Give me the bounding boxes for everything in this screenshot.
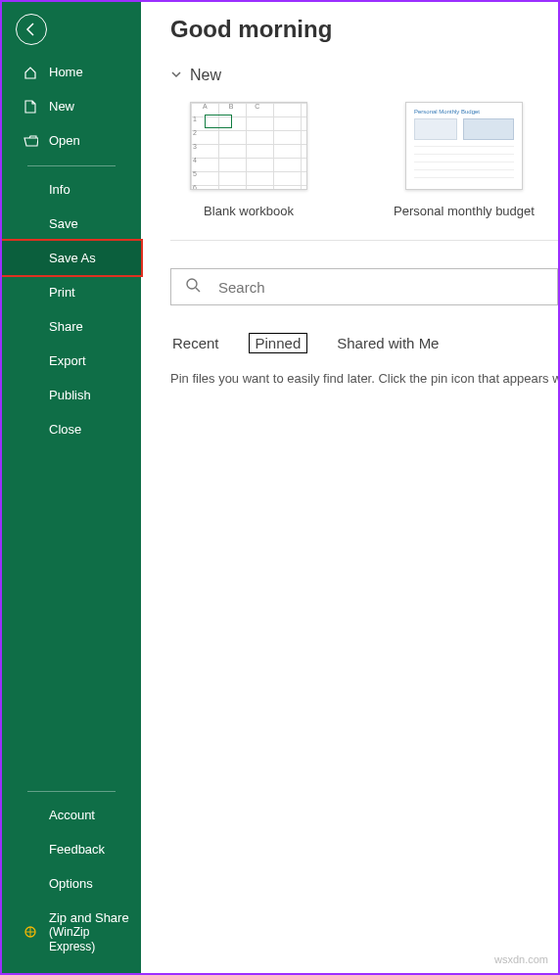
sidebar-item-label: Feedback <box>49 842 105 857</box>
chevron-down-icon <box>170 67 182 84</box>
sidebar-item-save[interactable]: Save <box>2 207 141 241</box>
sidebar-item-label: Share <box>49 319 83 334</box>
template-label: Personal monthly budget <box>386 204 542 218</box>
sidebar-item-save-as[interactable]: Save As <box>2 241 141 275</box>
sidebar-item-label: Save As <box>49 251 96 265</box>
sidebar-item-label: Info <box>49 182 70 197</box>
sidebar-item-label: Print <box>49 285 75 300</box>
home-icon <box>22 66 39 79</box>
sidebar-item-share[interactable]: Share <box>2 309 141 344</box>
sidebar-item-home[interactable]: Home <box>2 55 141 89</box>
recent-pinned-tabs: Recent Pinned Shared with Me <box>170 333 558 353</box>
sidebar-item-label: Close <box>49 422 81 437</box>
sidebar-item-open[interactable]: Open <box>2 123 141 158</box>
sidebar-item-label: Save <box>49 216 78 231</box>
tab-shared-with-me[interactable]: Shared with Me <box>335 333 441 353</box>
sidebar-item-info[interactable]: Info <box>2 172 141 207</box>
section-divider <box>170 240 558 241</box>
backstage-sidebar: Home New Open Info Save Save As Print Sh… <box>2 2 141 973</box>
sidebar-item-export[interactable]: Export <box>2 344 141 378</box>
sidebar-item-options[interactable]: Options <box>2 866 141 901</box>
sidebar-item-publish[interactable]: Publish <box>2 378 141 412</box>
page-title: Good morning <box>170 16 558 43</box>
sidebar-item-close[interactable]: Close <box>2 412 141 446</box>
pinned-helper-text: Pin files you want to easily find later.… <box>170 371 558 386</box>
sidebar-divider <box>27 165 116 166</box>
file-icon <box>22 100 39 114</box>
template-thumbnail: ABC 123456 <box>190 102 307 190</box>
tab-recent[interactable]: Recent <box>170 333 221 353</box>
svg-line-2 <box>196 288 200 292</box>
sidebar-item-label: Zip and Share (WinZip Express) <box>49 910 129 953</box>
sidebar-item-label: Home <box>49 65 83 79</box>
zip-share-icon <box>22 925 39 939</box>
main-content: Good morning New ABC 123456 Blank workbo… <box>141 2 558 973</box>
search-icon <box>185 277 201 297</box>
template-blank-workbook[interactable]: ABC 123456 Blank workbook <box>170 102 327 218</box>
sidebar-item-account[interactable]: Account <box>2 798 141 832</box>
watermark: wsxdn.com <box>494 953 548 965</box>
svg-point-1 <box>187 279 197 289</box>
search-box[interactable] <box>170 268 558 305</box>
search-input[interactable] <box>218 279 543 296</box>
sidebar-item-label: Options <box>49 876 93 891</box>
sidebar-item-feedback[interactable]: Feedback <box>2 832 141 866</box>
section-new-toggle[interactable]: New <box>170 67 558 84</box>
template-personal-monthly-budget[interactable]: Personal Monthly Budget Personal monthly… <box>386 102 542 218</box>
template-gallery: ABC 123456 Blank workbook Personal Month… <box>170 102 558 218</box>
sidebar-item-label: Open <box>49 133 80 148</box>
section-new-label: New <box>190 67 221 84</box>
folder-open-icon <box>22 135 39 147</box>
tab-pinned[interactable]: Pinned <box>249 333 308 353</box>
sidebar-item-label: New <box>49 99 74 114</box>
sidebar-item-label: Export <box>49 353 86 368</box>
sidebar-item-label: Account <box>49 808 95 822</box>
back-arrow-icon <box>23 22 39 37</box>
sidebar-divider <box>27 791 116 792</box>
sidebar-item-zip-and-share[interactable]: Zip and Share (WinZip Express) <box>2 901 141 963</box>
sidebar-item-new[interactable]: New <box>2 89 141 123</box>
template-thumbnail: Personal Monthly Budget <box>405 102 523 190</box>
sidebar-item-label: Publish <box>49 388 91 402</box>
sidebar-item-print[interactable]: Print <box>2 275 141 309</box>
template-label: Blank workbook <box>170 204 327 218</box>
back-button[interactable] <box>16 14 47 45</box>
